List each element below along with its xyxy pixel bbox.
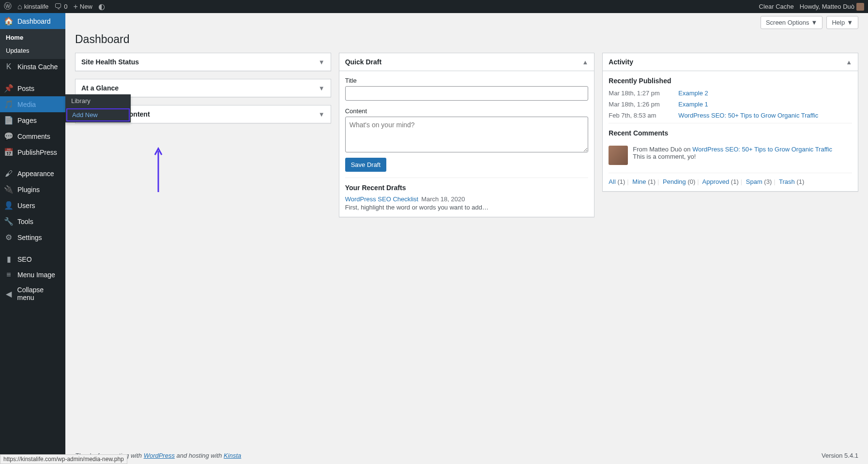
- activity-row: Feb 7th, 8:53 amWordPress SEO: 50+ Tips …: [609, 112, 852, 119]
- menu-label: Dashboard: [17, 17, 51, 25]
- filter-spam[interactable]: Spam: [746, 178, 762, 185]
- filter-trash[interactable]: Trash: [779, 178, 795, 185]
- brush-icon: 🖌: [4, 169, 14, 178]
- submenu-home[interactable]: Home: [0, 31, 65, 44]
- comment-post-link[interactable]: WordPress SEO: 50+ Tips to Grow Organic …: [692, 146, 832, 153]
- menu-pages[interactable]: 📄Pages: [0, 112, 65, 128]
- metabox-toggle[interactable]: ▼: [319, 111, 325, 118]
- filter-approved[interactable]: Approved: [702, 178, 730, 185]
- comment-body: This is a comment, yo!: [633, 153, 832, 160]
- main-content: Screen Options ▼ Help ▼ Dashboard Site H…: [65, 13, 868, 464]
- filter-all[interactable]: All: [609, 178, 615, 185]
- metabox-title: Activity: [609, 58, 633, 66]
- footer-text: and hosting with: [175, 452, 224, 459]
- menu-label: PublishPress: [17, 149, 57, 156]
- metabox-toggle[interactable]: ▲: [582, 59, 588, 66]
- metabox-toggle[interactable]: ▼: [319, 59, 325, 66]
- site-name-link[interactable]: ⌂kinstalife: [17, 2, 48, 11]
- wp-version: Version 5.4.1: [822, 452, 858, 459]
- submenu-dashboard: Home Updates: [0, 29, 65, 59]
- activity-link[interactable]: WordPress SEO: 50+ Tips to Grow Organic …: [678, 112, 818, 119]
- draft-date: March 18, 2020: [421, 195, 465, 203]
- metabox-title: At a Glance: [81, 84, 119, 92]
- menu-dashboard[interactable]: 🏠Dashboard: [0, 13, 65, 29]
- wordpress-link[interactable]: WordPress: [144, 452, 175, 459]
- activity-date: Feb 7th, 8:53 am: [609, 112, 667, 119]
- menu-label: Media: [17, 101, 36, 108]
- filter-pending[interactable]: Pending: [663, 178, 686, 185]
- flyout-add-new[interactable]: Add New: [66, 108, 130, 121]
- new-content[interactable]: +New: [73, 2, 92, 11]
- menu-label: Posts: [17, 85, 34, 92]
- comments-badge[interactable]: 🗨0: [54, 2, 67, 11]
- submenu-updates[interactable]: Updates: [0, 44, 65, 57]
- menu-posts[interactable]: 📌Posts: [0, 80, 65, 96]
- metabox-activity: Activity▲ Recently Published Mar 18th, 1…: [602, 53, 858, 192]
- draft-link[interactable]: WordPress SEO Checklist: [345, 195, 418, 203]
- menu-kinsta-cache[interactable]: KKinsta Cache: [0, 59, 65, 75]
- metabox-toggle[interactable]: ▲: [846, 59, 852, 66]
- comment-icon: 🗨: [54, 2, 62, 11]
- menu-label: Comments: [17, 133, 50, 140]
- activity-row: Mar 18th, 1:26 pmExample 1: [609, 101, 852, 108]
- menu-tools[interactable]: 🔧Tools: [0, 213, 65, 229]
- site-name-label: kinstalife: [24, 3, 49, 10]
- menu-media[interactable]: 🎵Media: [0, 96, 65, 112]
- kinsta-icon: K: [4, 62, 14, 71]
- save-draft-button[interactable]: Save Draft: [345, 158, 386, 172]
- menu-appearance[interactable]: 🖌Appearance: [0, 166, 65, 181]
- menu-label: Menu Image: [17, 271, 55, 279]
- list-icon: ≡: [4, 270, 14, 279]
- metabox-quick-draft: Quick Draft▲ Title Content Save Draft Yo…: [339, 53, 595, 217]
- metabox-title: Quick Draft: [345, 58, 381, 66]
- menu-comments[interactable]: 💬Comments: [0, 128, 65, 144]
- settings-icon: ⚙: [4, 233, 14, 242]
- menu-collapse[interactable]: ◀Collapse menu: [0, 283, 65, 305]
- menu-label: Collapse menu: [17, 286, 61, 301]
- screen-options-label: Screen Options: [766, 19, 809, 26]
- menu-menu-image[interactable]: ≡Menu Image: [0, 267, 65, 283]
- menu-label: Tools: [17, 218, 33, 225]
- draft-content-textarea[interactable]: [345, 117, 589, 152]
- new-label: New: [80, 3, 92, 10]
- activity-link[interactable]: Example 1: [678, 101, 708, 108]
- activity-date: Mar 18th, 1:27 pm: [609, 90, 667, 97]
- chevron-down-icon: ▼: [847, 19, 853, 26]
- activity-link[interactable]: Example 2: [678, 90, 708, 97]
- menu-label: Users: [17, 202, 35, 210]
- admin-sidebar: 🏠Dashboard Home Updates KKinsta Cache 📌P…: [0, 13, 65, 464]
- yoast-icon: ◐: [98, 2, 105, 11]
- comment-item: From Matteo Duò on WordPress SEO: 50+ Ti…: [609, 142, 852, 169]
- plus-icon: +: [73, 2, 77, 11]
- yoast-icon-link[interactable]: ◐: [98, 2, 105, 11]
- clear-cache-label: Clear Cache: [759, 3, 794, 10]
- seo-icon: ▮: [4, 254, 14, 264]
- comments-icon: 💬: [4, 132, 14, 141]
- admin-footer: Thanks for creating with WordPress and h…: [75, 447, 858, 464]
- help-label: Help: [832, 19, 845, 26]
- dashboard-icon: 🏠: [4, 16, 14, 26]
- draft-excerpt: First, highlight the word or words you w…: [345, 204, 589, 211]
- users-icon: 👤: [4, 201, 14, 210]
- menu-users[interactable]: 👤Users: [0, 197, 65, 213]
- menu-publishpress[interactable]: 📅PublishPress: [0, 144, 65, 160]
- wp-logo[interactable]: ⓦ: [4, 1, 12, 12]
- menu-label: Kinsta Cache: [17, 63, 58, 71]
- menu-settings[interactable]: ⚙Settings: [0, 229, 65, 245]
- clear-cache-link[interactable]: Clear Cache: [759, 3, 794, 10]
- kinsta-link[interactable]: Kinsta: [224, 452, 241, 459]
- draft-title-input[interactable]: [345, 86, 589, 101]
- menu-label: Settings: [17, 234, 42, 241]
- help-button[interactable]: Help ▼: [826, 16, 858, 29]
- menu-plugins[interactable]: 🔌Plugins: [0, 181, 65, 197]
- metabox-toggle[interactable]: ▼: [319, 85, 325, 92]
- flyout-library[interactable]: Library: [65, 94, 131, 107]
- screen-options-button[interactable]: Screen Options ▼: [761, 16, 822, 29]
- menu-label: Appearance: [17, 170, 54, 178]
- filter-mine[interactable]: Mine: [632, 178, 646, 185]
- wordpress-icon: ⓦ: [4, 1, 12, 12]
- my-account[interactable]: Howdy, Matteo Duò: [800, 3, 864, 11]
- media-flyout: Library Add New: [65, 94, 131, 122]
- menu-seo[interactable]: ▮SEO: [0, 251, 65, 267]
- menu-label: Pages: [17, 117, 37, 124]
